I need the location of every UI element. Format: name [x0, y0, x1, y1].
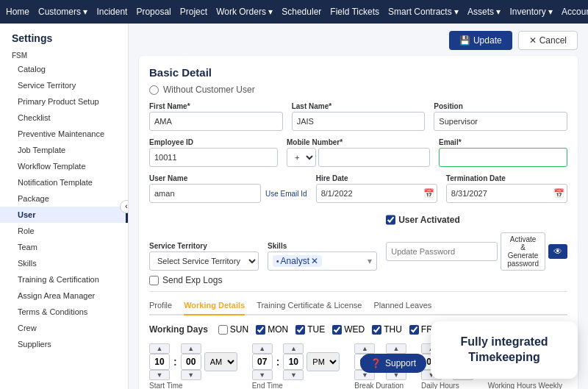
nav-project[interactable]: Project	[180, 7, 207, 17]
update-password-input[interactable]	[386, 242, 498, 261]
nav-customers[interactable]: Customers ▾	[38, 7, 87, 17]
username-input[interactable]	[149, 184, 261, 203]
day-thu-checkbox[interactable]	[372, 325, 381, 335]
sidebar-item-training[interactable]: Training & Certification	[0, 271, 128, 288]
update-button[interactable]: 💾 Update	[449, 31, 512, 50]
sidebar-item-primary-product-setup[interactable]: Primary Product Setup	[0, 93, 128, 110]
support-label: Support	[385, 358, 416, 368]
detail-tabs: Profile Working Details Training Certifi…	[149, 298, 567, 315]
start-hour-input[interactable]	[149, 354, 170, 370]
send-exp-logs-checkbox[interactable]	[149, 276, 159, 285]
nav-incident[interactable]: Incident	[96, 7, 127, 17]
end-hour-input[interactable]	[252, 354, 273, 370]
username-group: User Name Use Email Id	[149, 174, 307, 203]
end-minute-up[interactable]: ▲	[283, 343, 304, 354]
email-input[interactable]	[439, 148, 567, 167]
day-tue-checkbox[interactable]	[295, 325, 305, 335]
day-sun-checkbox[interactable]	[218, 325, 228, 335]
start-ampm-select[interactable]: AMPM	[204, 352, 237, 371]
start-minute-input[interactable]	[181, 354, 201, 370]
start-hour-spinner: ▲ ▼	[149, 343, 170, 380]
tab-training-certificate[interactable]: Training Certificate & License	[257, 298, 362, 315]
sidebar-section-fsm: FSM	[0, 47, 128, 61]
last-name-input[interactable]	[292, 112, 426, 131]
activate-generate-button[interactable]: Activate & Generate password	[501, 232, 545, 271]
sidebar-collapse-arrow[interactable]: ‹	[120, 200, 129, 213]
sidebar-item-user[interactable]: User	[0, 207, 128, 223]
toolbar: 💾 Update ✕ Cancel	[139, 31, 578, 50]
day-mon-label: MON	[268, 324, 288, 335]
end-hour-up[interactable]: ▲	[252, 343, 273, 354]
day-fri-checkbox[interactable]	[409, 325, 419, 335]
sidebar-item-job-template[interactable]: Job Template	[0, 142, 128, 158]
sidebar-item-skills[interactable]: Skills	[0, 255, 128, 271]
support-button[interactable]: ❓ Support	[360, 354, 426, 373]
end-ampm-select[interactable]: AMPM	[306, 352, 340, 371]
sidebar-item-team[interactable]: Team	[0, 239, 128, 255]
termination-date-group: Termination Date 📅	[446, 174, 567, 203]
day-wed-checkbox[interactable]	[332, 325, 342, 335]
save-icon: 💾	[459, 35, 470, 46]
day-wed[interactable]: WED	[332, 324, 365, 335]
nav-workorders[interactable]: Work Orders ▾	[216, 7, 273, 17]
tab-planned-leaves[interactable]: Planned Leaves	[373, 298, 431, 315]
start-minute-down[interactable]: ▼	[181, 370, 201, 380]
day-thu[interactable]: THU	[372, 324, 402, 335]
nav-fieldtickets[interactable]: Field Tickets	[330, 7, 379, 17]
sidebar-item-suppliers[interactable]: Suppliers	[0, 336, 128, 352]
day-mon[interactable]: MON	[256, 324, 288, 335]
nav-inventory[interactable]: Inventory ▾	[509, 7, 553, 17]
remove-skill-icon[interactable]: ✕	[311, 256, 318, 266]
break-minute-up[interactable]: ▲	[386, 343, 406, 354]
termination-date-input[interactable]	[446, 184, 567, 203]
sidebar-item-catalog[interactable]: Catalog	[0, 61, 128, 77]
mobile-input[interactable]	[318, 148, 430, 167]
hire-date-input[interactable]	[316, 184, 437, 203]
employee-id-input[interactable]	[149, 148, 278, 167]
skills-input[interactable]: • Analyst ✕ ▾	[268, 251, 377, 271]
day-mon-checkbox[interactable]	[256, 325, 265, 335]
sidebar-item-service-territory[interactable]: Service Territory	[0, 77, 128, 93]
sidebar-item-crew[interactable]: Crew	[0, 320, 128, 336]
nav-home[interactable]: Home	[6, 7, 29, 17]
nav-smartcontracts[interactable]: Smart Contracts ▾	[388, 7, 459, 17]
sidebar-item-terms[interactable]: Terms & Conditions	[0, 304, 128, 320]
nav-scheduler[interactable]: Scheduler	[282, 7, 321, 17]
start-hour-up[interactable]: ▲	[149, 343, 170, 354]
nav-assets[interactable]: Assets ▾	[467, 7, 501, 17]
nav-accounts[interactable]: Accounts ▾	[562, 7, 588, 17]
position-input[interactable]	[434, 112, 567, 131]
day-tue[interactable]: TUE	[295, 324, 325, 335]
end-hour-down[interactable]: ▼	[252, 370, 273, 380]
start-minute-up[interactable]: ▲	[181, 343, 201, 354]
end-minute-input[interactable]	[283, 354, 304, 370]
sidebar-item-checklist[interactable]: Checklist	[0, 110, 128, 126]
without-customer-user-radio[interactable]	[149, 85, 159, 95]
nav-proposal[interactable]: Proposal	[136, 7, 171, 17]
phone-prefix-select[interactable]: +1	[287, 148, 316, 167]
skills-dropdown-icon[interactable]: ▾	[368, 256, 372, 266]
break-hour-up[interactable]: ▲	[354, 343, 375, 354]
tab-profile[interactable]: Profile	[149, 298, 172, 315]
sidebar-item-assign-area-manager[interactable]: Assign Area Manager	[0, 288, 128, 304]
start-hour-down[interactable]: ▼	[149, 370, 170, 380]
first-name-input[interactable]	[149, 112, 283, 131]
sidebar-item-preventive-maintenance[interactable]: Preventive Maintenance	[0, 126, 128, 142]
user-activated-checkbox-label[interactable]: User Activated	[386, 210, 460, 229]
use-email-id-button[interactable]: Use Email Id	[265, 186, 307, 201]
service-territory-select[interactable]: Select Service Territory	[149, 251, 259, 271]
hire-date-calendar-icon[interactable]: 📅	[423, 188, 434, 199]
cancel-button[interactable]: ✕ Cancel	[518, 31, 578, 50]
day-sun[interactable]: SUN	[218, 324, 248, 335]
start-time-label: Start Time	[149, 382, 183, 389]
sidebar-item-notification-template[interactable]: Notification Template	[0, 174, 128, 190]
user-activated-checkbox[interactable]	[386, 210, 395, 229]
tab-working-details[interactable]: Working Details	[184, 298, 245, 315]
termination-date-calendar-icon[interactable]: 📅	[553, 188, 564, 199]
end-minute-down[interactable]: ▼	[283, 370, 304, 380]
sidebar-item-package[interactable]: Package	[0, 190, 128, 207]
termination-date-label: Termination Date	[446, 174, 567, 182]
show-password-button[interactable]: 👁	[548, 244, 567, 259]
sidebar-item-workflow-template[interactable]: Workflow Template	[0, 158, 128, 174]
sidebar-item-role[interactable]: Role	[0, 223, 128, 239]
